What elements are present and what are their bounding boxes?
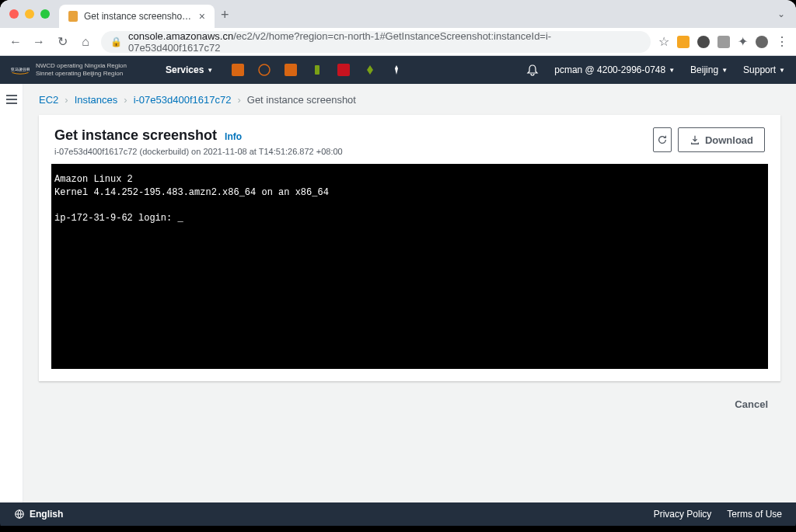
- instance-screenshot: Amazon Linux 2 Kernel 4.14.252-195.483.a…: [51, 164, 768, 369]
- svg-rect-5: [337, 64, 350, 76]
- close-window-button[interactable]: [9, 9, 19, 19]
- minimize-window-button[interactable]: [25, 9, 34, 19]
- tab-title: Get instance screenshot | EC2: [84, 11, 193, 22]
- forward-button[interactable]: →: [31, 35, 47, 49]
- aws-favicon-icon: [68, 11, 78, 22]
- svg-rect-1: [232, 64, 244, 76]
- browser-address-bar: ← → ↻ ⌂ 🔒 console.amazonaws.cn/ec2/v2/ho…: [0, 28, 796, 56]
- chevron-right-icon: ›: [124, 94, 127, 106]
- extension-icon[interactable]: [677, 36, 690, 48]
- maximize-window-button[interactable]: [40, 9, 50, 19]
- url-input[interactable]: 🔒 console.amazonaws.cn/ec2/v2/home?regio…: [101, 31, 651, 53]
- window-controls: [9, 9, 50, 19]
- account-menu[interactable]: pcman @ 4200-2996-0748 ▼: [554, 64, 675, 75]
- aws-footer: English Privacy Policy Terms of Use: [0, 502, 796, 526]
- globe-icon: [14, 509, 25, 520]
- tab-list-chevron-icon[interactable]: ⌄: [777, 9, 785, 19]
- privacy-policy-link[interactable]: Privacy Policy: [654, 509, 712, 520]
- reload-button[interactable]: ↻: [54, 34, 70, 49]
- breadcrumb: EC2 › Instances › i-07e53d400f1617c72 › …: [39, 84, 780, 115]
- breadcrumb-link-ec2[interactable]: EC2: [39, 94, 58, 106]
- svg-point-2: [259, 64, 270, 75]
- extension-icon[interactable]: [717, 36, 730, 48]
- pin-icon[interactable]: [390, 64, 403, 76]
- extension-icons: ✦: [677, 34, 768, 49]
- panel-title: Get instance screenshot: [54, 127, 217, 144]
- refresh-icon: [657, 134, 668, 145]
- sidebar-toggle[interactable]: [0, 84, 23, 502]
- download-icon: [690, 134, 700, 145]
- support-menu[interactable]: Support ▼: [743, 64, 785, 75]
- service-shortcut-icon[interactable]: [285, 64, 297, 76]
- svg-rect-3: [285, 64, 297, 76]
- chevron-right-icon: ›: [237, 94, 240, 106]
- service-shortcut-icon[interactable]: [258, 64, 271, 76]
- service-shortcut-icon[interactable]: [337, 64, 350, 76]
- download-button[interactable]: Download: [678, 127, 765, 152]
- new-tab-button[interactable]: +: [221, 7, 229, 23]
- info-link[interactable]: Info: [225, 131, 242, 142]
- browser-tab-bar: Get instance screenshot | EC2 × + ⌄: [0, 0, 796, 28]
- back-button[interactable]: ←: [8, 35, 23, 49]
- bookmark-star-icon[interactable]: ☆: [658, 34, 669, 49]
- chevron-right-icon: ›: [65, 94, 68, 106]
- aws-logo[interactable]: 亚马逊云科技 NWCD operating Ningxia Region Sin…: [11, 62, 127, 77]
- service-shortcut-icon[interactable]: [232, 64, 244, 76]
- language-selector[interactable]: English: [14, 509, 63, 520]
- service-shortcut-icon[interactable]: [364, 64, 376, 76]
- refresh-button[interactable]: [653, 127, 672, 152]
- svg-text:亚马逊云科技: 亚马逊云科技: [11, 67, 30, 71]
- panel-subtitle: i-07e53d400f1617c72 (dockerbuild) on 202…: [54, 147, 343, 156]
- breadcrumb-current: Get instance screenshot: [247, 94, 356, 106]
- aws-top-nav: 亚马逊云科技 NWCD operating Ningxia Region Sin…: [0, 56, 796, 84]
- close-tab-icon[interactable]: ×: [199, 10, 205, 23]
- breadcrumb-link-instances[interactable]: Instances: [75, 94, 118, 106]
- browser-tab[interactable]: Get instance screenshot | EC2 ×: [59, 5, 215, 28]
- hamburger-icon: [6, 95, 17, 502]
- services-menu[interactable]: Services ▼: [166, 64, 213, 75]
- region-menu[interactable]: Beijing ▼: [690, 64, 728, 75]
- notifications-bell-icon[interactable]: [526, 64, 539, 76]
- aws-logo-subtitle: NWCD operating Ningxia Region Sinnet ope…: [36, 62, 127, 77]
- url-domain: console.amazonaws.cn: [128, 30, 233, 42]
- cancel-button[interactable]: Cancel: [722, 394, 780, 415]
- terms-of-use-link[interactable]: Terms of Use: [727, 509, 782, 520]
- service-shortcut-icon[interactable]: [311, 64, 323, 76]
- svg-rect-4: [315, 65, 319, 75]
- profile-avatar[interactable]: [756, 36, 768, 48]
- breadcrumb-link-instance-id[interactable]: i-07e53d400f1617c72: [134, 94, 232, 106]
- home-button[interactable]: ⌂: [78, 35, 93, 49]
- lock-icon: 🔒: [110, 37, 122, 47]
- extensions-puzzle-icon[interactable]: ✦: [738, 34, 748, 49]
- screenshot-panel: Get instance screenshot Info i-07e53d400…: [39, 115, 780, 381]
- extension-icon[interactable]: [697, 36, 710, 48]
- browser-menu-icon[interactable]: ⋮: [776, 34, 788, 49]
